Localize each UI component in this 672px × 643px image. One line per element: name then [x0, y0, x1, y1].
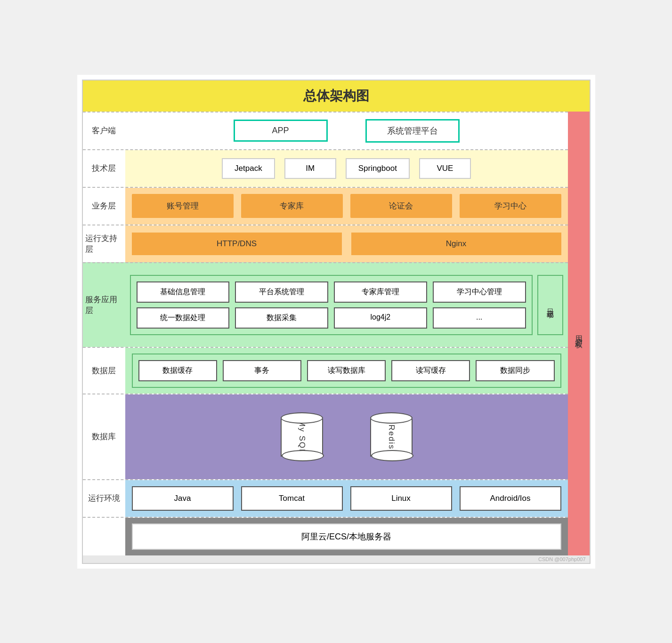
database-label: 数据库 [83, 394, 125, 479]
data-inner: 数据缓存 事务 读写数据库 读写缓存 数据同步 [132, 354, 561, 388]
service-content: 基础信息管理 平台系统管理 专家库管理 学习中心管理 统一数据处理 数据采集 l… [125, 263, 568, 347]
data-rw-cache: 读写缓存 [391, 360, 470, 381]
tech-content: Jetpack IM Springboot VUE [125, 150, 568, 187]
service-inner: 基础信息管理 平台系统管理 专家库管理 学习中心管理 统一数据处理 数据采集 l… [130, 275, 533, 335]
rows-main: 客户端 APP 系统管理平台 技术层 Jetpack IM Springboot… [83, 112, 568, 555]
biz-conference: 论证会 [350, 194, 452, 218]
user-auth-label: 用户鉴权 [574, 330, 583, 337]
mysql-shape: My SQL [281, 411, 323, 463]
service-basic-info: 基础信息管理 [137, 281, 230, 303]
redis-top [370, 412, 413, 424]
client-content: APP 系统管理平台 [125, 113, 568, 149]
service-grid-row2: 统一数据处理 数据采集 log4j2 ... [137, 307, 526, 329]
environment-label: 运行环境 [83, 480, 125, 517]
tech-springboot: Springboot [346, 158, 410, 179]
server-label: 服务器 [83, 518, 125, 555]
tech-im: IM [284, 158, 336, 179]
mysql-bottom [282, 450, 324, 461]
data-transaction: 事务 [223, 360, 301, 381]
client-platform: 系统管理平台 [365, 119, 460, 143]
main-container: 总体架构图 客户端 APP 系统管理平台 技术层 Jetpack I [82, 80, 591, 564]
server-row: 服务器 阿里云/ECS/本地服务器 [83, 517, 568, 555]
rows-with-sidebar: 客户端 APP 系统管理平台 技术层 Jetpack IM Springboot… [83, 112, 590, 555]
database-row: 数据库 My SQL [83, 394, 568, 479]
mysql-cylinder: My SQL [281, 411, 323, 463]
mysql-body: My SQL [281, 419, 323, 457]
service-expert-mgmt: 专家库管理 [334, 281, 427, 303]
data-cache: 数据缓存 [138, 360, 217, 381]
environment-content: Java Tomcat Linux Android/Ios [125, 480, 568, 517]
client-row: 客户端 APP 系统管理平台 [83, 112, 568, 149]
data-label: 数据层 [83, 348, 125, 394]
log-sidebar: 日志记录 [537, 275, 563, 335]
mysql-top [281, 412, 323, 424]
service-learning-mgmt: 学习中心管理 [433, 281, 526, 303]
environment-row: 运行环境 Java Tomcat Linux Android/Ios [83, 479, 568, 517]
tech-jetpack: Jetpack [222, 158, 275, 179]
service-more: ... [433, 307, 526, 329]
user-auth-sidebar: 用户鉴权 [568, 112, 590, 555]
service-data-process: 统一数据处理 [137, 307, 230, 329]
diagram-wrapper: 总体架构图 客户端 APP 系统管理平台 技术层 Jetpack I [77, 75, 595, 569]
redis-bottom [371, 450, 413, 461]
env-android: Android/Ios [460, 486, 561, 511]
runtime-http: HTTP/DNS [132, 233, 342, 255]
watermark: CSDN @007php007 [83, 555, 590, 563]
runtime-nginx: Nginx [351, 233, 561, 255]
biz-expert: 专家库 [241, 194, 343, 218]
service-row-inner: 基础信息管理 平台系统管理 专家库管理 学习中心管理 统一数据处理 数据采集 l… [130, 275, 563, 335]
mysql-label: My SQL [297, 420, 307, 454]
biz-account: 账号管理 [132, 194, 234, 218]
title-bar: 总体架构图 [83, 80, 590, 112]
tech-vue: VUE [419, 158, 471, 179]
business-row: 业务层 账号管理 专家库 论证会 学习中心 [83, 187, 568, 225]
service-log4j2: log4j2 [334, 307, 427, 329]
business-content: 账号管理 专家库 论证会 学习中心 [125, 188, 568, 225]
env-java: Java [132, 486, 234, 511]
service-platform-mgmt: 平台系统管理 [235, 281, 328, 303]
main-title: 总体架构图 [303, 88, 369, 103]
data-sync: 数据同步 [476, 360, 554, 381]
data-row: 数据层 数据缓存 事务 读写数据库 读写缓存 数据同步 [83, 347, 568, 394]
data-rw-db: 读写数据库 [307, 360, 386, 381]
client-label: 客户端 [83, 113, 125, 149]
service-data-collect: 数据采集 [235, 307, 328, 329]
redis-shape: Redis [370, 411, 413, 463]
service-row: 服务应用层 基础信息管理 平台系统管理 专家库管理 学习中心管理 [83, 262, 568, 347]
runtime-support-label: 运行支持层 [83, 225, 125, 262]
database-content: My SQL Redis [125, 394, 568, 479]
service-label: 服务应用层 [83, 263, 125, 347]
env-tomcat: Tomcat [241, 486, 343, 511]
env-linux: Linux [350, 486, 452, 511]
business-label: 业务层 [83, 188, 125, 225]
runtime-support-content: HTTP/DNS Nginx [125, 225, 568, 262]
tech-row: 技术层 Jetpack IM Springboot VUE [83, 149, 568, 187]
log-label: 日志记录 [546, 303, 555, 307]
data-content: 数据缓存 事务 读写数据库 读写缓存 数据同步 [125, 348, 568, 394]
runtime-support-row: 运行支持层 HTTP/DNS Nginx [83, 225, 568, 262]
redis-cylinder: Redis [370, 411, 413, 463]
biz-learning: 学习中心 [460, 194, 561, 218]
server-content-box: 阿里云/ECS/本地服务器 [132, 523, 561, 550]
client-app: APP [234, 120, 328, 142]
redis-label: Redis [387, 425, 396, 450]
redis-body: Redis [370, 419, 413, 457]
service-grid-row1: 基础信息管理 平台系统管理 专家库管理 学习中心管理 [137, 281, 526, 303]
server-content: 阿里云/ECS/本地服务器 [125, 518, 568, 555]
tech-label: 技术层 [83, 150, 125, 187]
